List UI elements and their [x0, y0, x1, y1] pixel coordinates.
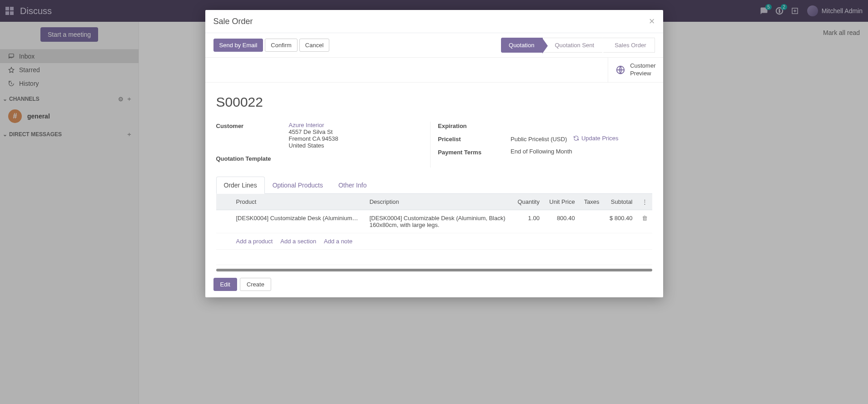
close-icon[interactable]: ×	[649, 16, 655, 22]
modal-title: Sale Order	[213, 17, 253, 22]
modal-overlay: Sale Order × Send by Email Confirm Cance…	[0, 0, 868, 22]
sale-order-modal: Sale Order × Send by Email Confirm Cance…	[205, 10, 663, 22]
